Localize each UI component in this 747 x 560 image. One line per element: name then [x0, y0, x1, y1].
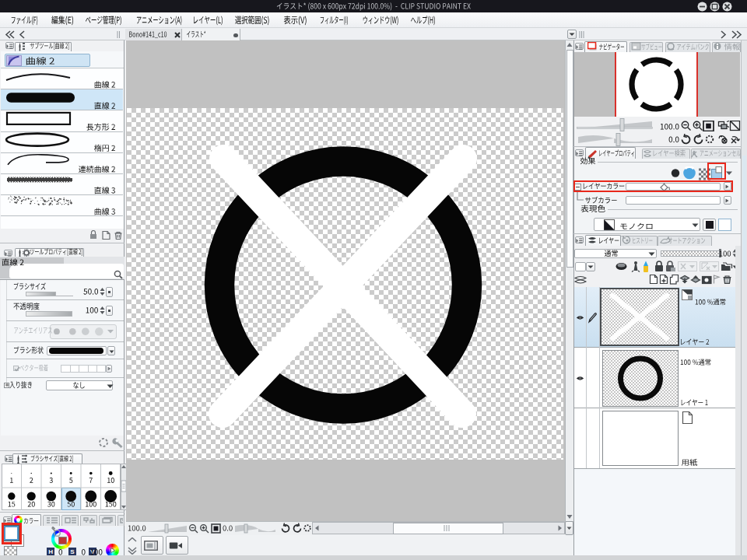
svg-text:V: V [90, 548, 95, 555]
svg-text:S: S [70, 548, 75, 555]
svg-text:H: H [48, 548, 53, 555]
